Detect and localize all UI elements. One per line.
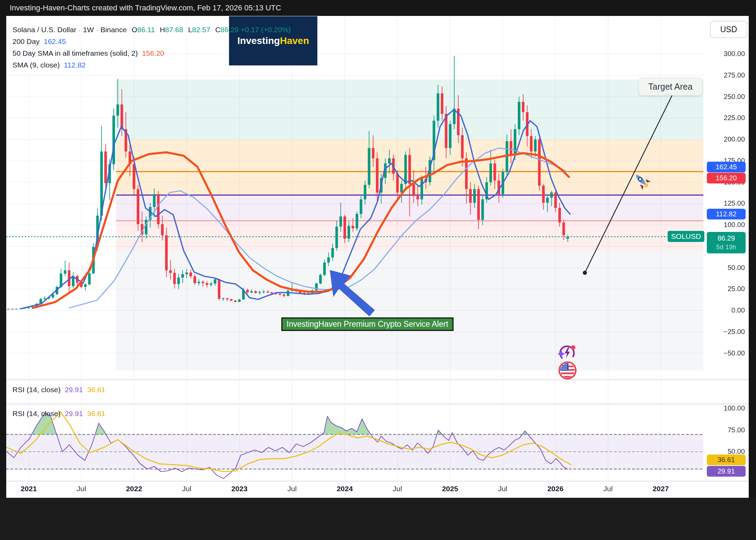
rsi-legend-pane2[interactable]: RSI (14, close)29.9136.61 [12, 410, 105, 418]
indicator-row[interactable]: 50 Day SMA in all timeframes (solid, 2)1… [12, 49, 164, 57]
last-price-value: 86.29 [707, 234, 746, 243]
price-tick: 275.00 [704, 71, 745, 79]
indicator-value: 162.45 [44, 37, 66, 45]
price-tick: 250.00 [704, 93, 745, 101]
left-frame [0, 16, 6, 498]
currency-toggle-button[interactable]: USD [710, 21, 747, 38]
ohlc-letter: C [215, 26, 220, 34]
change-value: +0.17 (+0.20%) [241, 26, 291, 34]
us-flag-icon [559, 361, 577, 379]
up-arrow-annotation [322, 266, 378, 318]
ohlc-number: 82.57 [192, 26, 211, 34]
price-tick: 100.00 [704, 221, 745, 229]
time-tick: Jul [498, 485, 508, 493]
rsi-ma-value: 36.61 [87, 410, 105, 417]
ohlc-letter: O [132, 26, 137, 34]
rsi-ma-value: 36.61 [87, 386, 105, 394]
right-frame [749, 16, 756, 498]
premium-alert-label: InvestingHaven Premium Crypto Service Al… [281, 317, 454, 331]
exchange-label[interactable]: Binance [100, 26, 127, 34]
time-tick: Jul [182, 485, 192, 493]
rsi-legend-pane1[interactable]: RSI (14, close)29.9136.61 [12, 386, 105, 394]
ohlc-letter: L [188, 26, 192, 34]
indicator-value: 156.20 [142, 49, 164, 57]
time-tick: 2022 [126, 485, 142, 493]
price-level-badge: 112.82 [707, 209, 746, 219]
attribution-text: Investing-Haven-Charts created with Trad… [10, 3, 281, 12]
ohlc-values: O86.11H87.68L82.57C86.29 [127, 26, 239, 34]
price-tick: −25.00 [704, 328, 745, 336]
ohlc-number: 87.68 [165, 26, 183, 34]
investinghaven-logo: InvestingHaven [229, 16, 317, 65]
ohlc-letter: H [160, 26, 165, 34]
rsi-level-badge: 29.91 [707, 466, 746, 477]
indicator-row[interactable]: 200 Day162.45 [12, 37, 66, 46]
footer-bar: TradingView [0, 498, 756, 540]
separator-dot: · [94, 26, 100, 34]
indicator-label: 200 Day [12, 37, 39, 45]
interval-label[interactable]: 1W [83, 26, 94, 34]
symbol-header[interactable]: Solana / U.S. Dollar·1W·BinanceO86.11H87… [12, 26, 291, 34]
logo-part-investing: Investing [237, 35, 280, 46]
ohlc-number: 86.29 [220, 26, 239, 34]
indicator-label: 50 Day SMA in all timeframes (solid, 2) [12, 49, 138, 57]
price-tick: −50.00 [704, 349, 745, 357]
indicator-value: 112.82 [64, 61, 86, 69]
price-tick: 125.00 [704, 199, 745, 207]
rsi-tick: 75.00 [704, 426, 745, 434]
rsi-value: 29.91 [65, 386, 83, 394]
time-tick: Jul [604, 485, 613, 493]
price-tick: 225.00 [704, 114, 745, 122]
rsi-tick: 100.00 [704, 404, 745, 412]
time-tick: 2023 [231, 485, 248, 493]
price-tick: 0.00 [704, 306, 745, 314]
ai-flash-icon [557, 343, 577, 363]
logo-part-haven: Haven [280, 35, 309, 46]
target-area-label: Target Area [639, 78, 702, 96]
time-tick: 2027 [653, 485, 669, 493]
price-tick: 200.00 [704, 135, 745, 143]
time-tick: 2021 [21, 485, 37, 493]
rsi-level-badge: 36.61 [707, 454, 746, 465]
indicator-row[interactable]: SMA (9, close)112.82 [12, 61, 86, 69]
price-tick: 50.00 [704, 264, 745, 272]
time-tick: 2026 [547, 485, 564, 493]
last-price-badge: 86.29 5d 19h [707, 232, 746, 253]
rocket-icon [631, 170, 653, 192]
time-tick: Jul [77, 485, 86, 493]
time-tick: 2024 [337, 485, 353, 493]
rsi-value: 29.91 [65, 410, 83, 417]
bar-countdown: 5d 19h [707, 243, 746, 252]
indicator-label: SMA (9, close) [12, 61, 60, 69]
symbol-title[interactable]: Solana / U.S. Dollar [12, 26, 76, 34]
time-tick: Jul [393, 485, 402, 493]
price-tick: 300.00 [704, 50, 745, 58]
separator-dot: · [76, 26, 83, 34]
top-attribution-bar: Investing-Haven-Charts created with Trad… [0, 0, 756, 16]
time-tick: Jul [288, 485, 297, 493]
time-tick: 2025 [442, 485, 458, 493]
currency-label: USD [720, 25, 737, 34]
tradingview-screenshot: { "top_bar": { "text": "Investing-Haven-… [0, 0, 756, 540]
price-tick: 25.00 [704, 285, 745, 293]
symbol-price-badge: SOLUSD [668, 231, 704, 242]
price-level-badge: 156.20 [707, 173, 746, 183]
ohlc-number: 86.11 [137, 26, 155, 34]
price-level-badge: 162.45 [707, 162, 746, 172]
